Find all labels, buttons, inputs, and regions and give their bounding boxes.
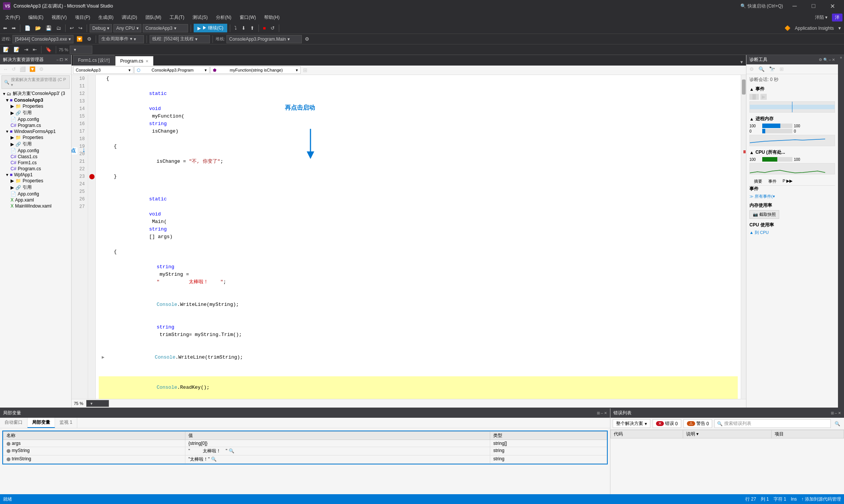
minimize-button[interactable]: ─ — [786, 0, 803, 12]
diag-events-title[interactable]: ▲ 事件 — [749, 86, 835, 92]
tb-uncomment[interactable]: 📝 — [12, 46, 21, 53]
menu-file[interactable]: 文件(F) — [2, 13, 24, 22]
var-row-args[interactable]: ⬤ args {string[0]} string[] — [3, 440, 607, 447]
se-wpf-props[interactable]: ▶ 📁 Properties — [0, 178, 71, 184]
zoom-dropdown[interactable]: ▾ — [70, 46, 92, 54]
menu-team[interactable]: 团队(M) — [142, 13, 165, 22]
tb-stack-nav[interactable]: ⚙ — [303, 35, 311, 43]
error-count-button[interactable]: ✕ 错误 0 — [653, 419, 681, 428]
app-insights-label[interactable]: Application Insights — [794, 25, 835, 32]
diag-cpu-title[interactable]: ▲ CPU (所有处... — [749, 149, 835, 156]
platform-dropdown[interactable]: Any CPU ▾ — [113, 24, 141, 32]
code-content[interactable]: { static void myFunction( string isChang… — [96, 75, 741, 399]
snapshot-button[interactable]: 📷 截取快照 — [749, 210, 779, 219]
se-search-box[interactable]: 🔍 搜索解决方案资源管理器 (C P ▾ — [2, 75, 70, 89]
tb-undo[interactable]: ↩ — [68, 24, 75, 32]
account-icon[interactable]: 洋 — [832, 14, 842, 21]
diag-fit[interactable]: ⊞ — [778, 66, 785, 73]
menu-window[interactable]: 窗口(W) — [236, 13, 260, 22]
tb-stop[interactable]: ■ — [261, 24, 268, 32]
tb-indent[interactable]: ⇥ — [23, 46, 30, 53]
tb-saveall[interactable]: 🗂 — [55, 24, 63, 32]
error-search-box[interactable]: 🔍 搜索错误列表 — [714, 419, 831, 428]
se-wf-ref[interactable]: ▶ 🔗 引用 — [0, 141, 71, 148]
se-wpf-ref[interactable]: ▶ 🔗 引用 — [0, 184, 71, 191]
tb-comment[interactable]: 📝 — [2, 46, 11, 53]
tab-close-icon[interactable]: ✕ — [145, 59, 148, 63]
se-wf-class1[interactable]: C# Class1.cs — [0, 154, 71, 160]
tb-step-into[interactable]: ⬇ — [240, 24, 247, 32]
tb-save[interactable]: 💾 — [44, 24, 53, 32]
menu-help[interactable]: 帮助(H) — [260, 13, 283, 22]
close-button[interactable]: ✕ — [824, 0, 841, 12]
menu-debug[interactable]: 调试(D) — [118, 13, 141, 22]
locals-tab-watch[interactable]: 监视 1 — [55, 418, 77, 428]
debug-config-dropdown[interactable]: Debug ▾ — [90, 24, 112, 32]
summary-tab-events[interactable]: 事件 — [765, 177, 780, 185]
tb-bookmark[interactable]: 🔖 — [44, 46, 53, 53]
method-nav-dropdown[interactable]: ⬟ myFunction(string isChange) ▾ — [210, 66, 301, 74]
error-search-options[interactable]: 🔍 — [833, 420, 842, 427]
se-refresh-btn[interactable]: ↺ — [10, 66, 17, 73]
se-program1[interactable]: C# Program.cs — [0, 122, 71, 128]
stack-dropdown[interactable]: ConsoleApp3.Program.Main ▾ — [226, 35, 302, 43]
diag-settings-btn[interactable]: ⚙ — [748, 66, 755, 73]
se-consoleapp3[interactable]: ▾ ■ ConsoleApp3 — [0, 97, 71, 103]
var-search-icon-ms[interactable]: 🔍 — [229, 448, 234, 454]
breakpoint-circle[interactable] — [89, 174, 95, 179]
se-appconfig1[interactable]: 📄 App.config — [0, 116, 71, 122]
scroll-thumb[interactable] — [742, 79, 746, 95]
process-dropdown[interactable]: [54944] ConsoleApp3.exe ▾ — [12, 35, 73, 43]
thread-event-dropdown[interactable]: 生命周期事件 ▾ ▾ — [99, 35, 144, 43]
code-editor[interactable]: 10 11 12 13 14 15 16 17 18 19 20 21 22 2… — [72, 75, 746, 399]
se-wf-cfg[interactable]: 📄 App.config — [0, 148, 71, 154]
se-wpf[interactable]: ▾ ■ WpfApp1 — [0, 172, 71, 178]
se-wpf-mainwindow[interactable]: X MainWindow.xaml — [0, 203, 71, 209]
editor-scrollbar[interactable] — [741, 75, 746, 399]
project-dropdown[interactable]: ConsoleApp3 ▾ — [143, 24, 188, 32]
se-settings-btn[interactable]: ⚙ — [38, 66, 45, 73]
restore-button[interactable]: □ — [805, 0, 822, 12]
user-menu[interactable]: 洋陌 ▾ — [811, 13, 831, 22]
menu-test[interactable]: 测试(S) — [189, 13, 211, 22]
status-add-source[interactable]: ↑ 添加到源代码管理 — [801, 496, 841, 502]
continue-button[interactable]: ▶ ▶ 继续(C) — [194, 24, 227, 32]
tb-back[interactable]: ⬅ — [2, 24, 9, 32]
tb-redo[interactable]: ↪ — [77, 24, 84, 32]
error-scope-dropdown[interactable]: 整个解决方案 ▾ — [613, 419, 650, 428]
nav-expand-btn[interactable]: ⊞ — [301, 66, 309, 74]
locals-tab-locals[interactable]: 局部变量 — [28, 418, 55, 428]
tb-outdent[interactable]: ⇤ — [31, 46, 38, 53]
diag-zoom-in[interactable]: 🔍 — [757, 66, 766, 73]
menu-analyze[interactable]: 分析(N) — [212, 13, 235, 22]
class-nav-dropdown[interactable]: ⬡ ConsoleApp3.Program ▾ — [134, 66, 209, 74]
summary-tab-summary[interactable]: 摘要 — [751, 177, 765, 185]
file-nav-dropdown[interactable]: ConsoleApp3 ▾ — [73, 66, 133, 74]
error-col-code[interactable]: 代码 — [611, 430, 683, 438]
se-wpf-cfg[interactable]: 📄 App.config — [0, 191, 71, 197]
diag-memory-title[interactable]: ▲ 进程内存 — [749, 116, 835, 122]
se-wf-props[interactable]: ▶ 📁 Properties — [0, 134, 71, 141]
var-row-trimstring[interactable]: ⬤ trimString "太棒啦！" 🔍 string — [3, 455, 607, 464]
diag-all-events-btn[interactable]: ≫ 所有事件(▾ — [749, 194, 835, 199]
diag-pause-btn[interactable]: ▐▌ — [749, 94, 759, 100]
se-wpf-appxaml[interactable]: X App.xaml — [0, 197, 71, 203]
summary-tab-perf[interactable]: P ▶▶ — [780, 177, 795, 185]
locals-tab-auto[interactable]: 自动窗口 — [0, 418, 28, 428]
app-insights-dropdown[interactable]: ▾ — [837, 24, 842, 32]
diag-play-btn[interactable]: ▶ — [760, 94, 767, 100]
tb-step-out[interactable]: ⬆ — [249, 24, 256, 32]
tab-form1-design[interactable]: Form1.cs [设计] — [73, 55, 115, 66]
tb-restart[interactable]: ↺ — [269, 24, 276, 32]
se-properties1[interactable]: ▶ 📁 Properties — [0, 103, 71, 109]
var-search-icon-ts[interactable]: 🔍 — [211, 457, 217, 462]
error-col-desc[interactable]: 说明 ▾ — [683, 430, 771, 438]
se-filter-btn[interactable]: 🔽 — [28, 66, 37, 73]
se-winforms[interactable]: ▾ ■ WindowsFormsApp1 — [0, 128, 71, 134]
tb-new[interactable]: 📄 — [23, 24, 32, 32]
zoom-footer-dropdown[interactable]: ▾ — [86, 400, 109, 407]
warn-count-button[interactable]: ⚠ 警告 0 — [683, 419, 713, 428]
diag-cpu-link[interactable]: ▲ 到 CPU — [749, 230, 835, 235]
tb-open[interactable]: 📂 — [34, 24, 43, 32]
tab-program-cs[interactable]: Program.cs ✕ — [115, 56, 153, 66]
